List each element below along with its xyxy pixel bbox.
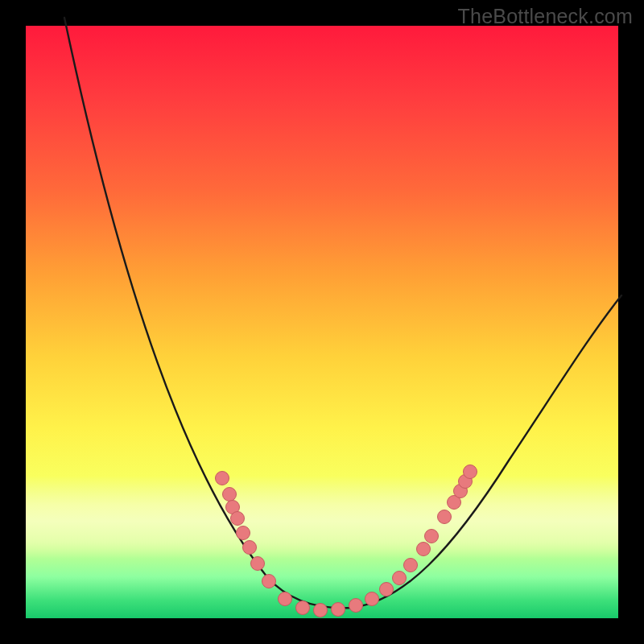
chart-frame: TheBottleneck.com — [0, 0, 644, 644]
data-dot — [349, 599, 363, 613]
data-dot — [464, 465, 477, 479]
data-dot — [404, 559, 418, 572]
data-dot — [216, 472, 229, 485]
curve-layer — [26, 26, 618, 618]
data-dot — [237, 526, 250, 540]
data-dot — [251, 557, 265, 571]
bottleneck-curve — [64, 18, 621, 608]
data-dot — [332, 603, 345, 617]
data-dot — [365, 592, 379, 606]
watermark-text: TheBottleneck.com — [458, 5, 633, 28]
data-dot — [223, 488, 237, 502]
data-dot — [296, 601, 310, 615]
data-dot — [425, 530, 439, 543]
data-dot — [231, 512, 245, 526]
data-dot — [314, 604, 328, 617]
data-dot — [243, 541, 257, 555]
data-dot — [279, 592, 292, 606]
data-dot — [417, 543, 431, 556]
data-dot — [262, 575, 276, 588]
data-dot — [438, 510, 452, 524]
data-dot — [393, 572, 407, 585]
data-dot — [380, 583, 394, 597]
plot-area — [26, 26, 618, 618]
data-dots — [216, 465, 477, 617]
